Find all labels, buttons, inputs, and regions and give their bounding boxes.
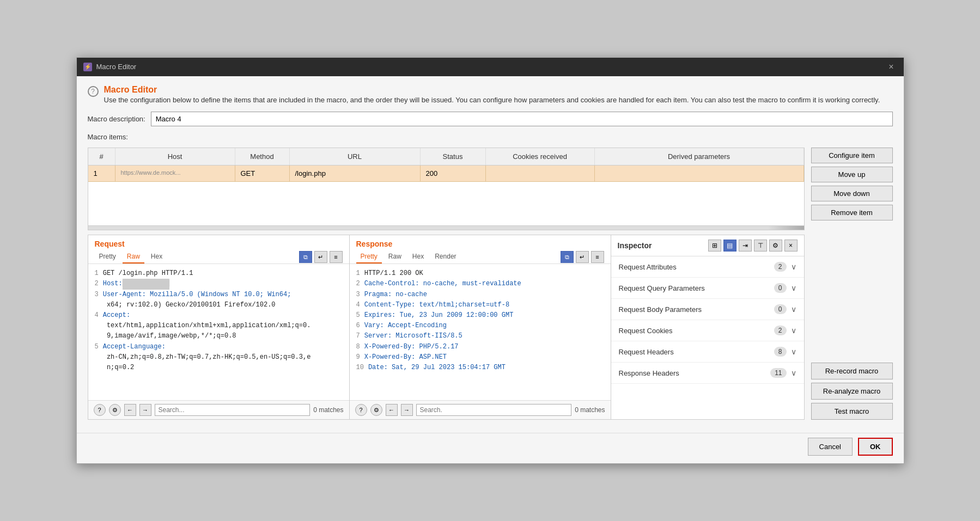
inspector-row-right: 11 ∨ bbox=[770, 368, 796, 378]
inspector-split-btn[interactable]: ▤ bbox=[723, 240, 736, 252]
table-empty-area bbox=[88, 182, 804, 225]
inspector-close-btn[interactable]: × bbox=[784, 240, 798, 252]
move-down-button[interactable]: Move down bbox=[811, 186, 893, 201]
code-line: 7Server: Microsoft-IIS/8.5 bbox=[356, 331, 604, 341]
window-title: Macro Editor bbox=[96, 63, 137, 71]
cancel-button[interactable]: Cancel bbox=[808, 438, 853, 456]
code-line: zh-CN,zh;q=0.8,zh-TW;q=0.7,zh-HK;q=0.5,e… bbox=[95, 352, 343, 363]
right-buttons: Configure item Move up Move down Remove … bbox=[811, 148, 893, 420]
cell-status: 200 bbox=[421, 166, 486, 181]
menu-btn-request[interactable]: ≡ bbox=[330, 251, 343, 263]
configure-item-button[interactable]: Configure item bbox=[811, 148, 893, 163]
items-label: Macro items: bbox=[88, 133, 893, 141]
code-line: 10Date: Sat, 29 Jul 2023 15:04:17 GMT bbox=[356, 363, 604, 373]
inspector-grid-btn[interactable]: ⊞ bbox=[708, 240, 721, 252]
inspector-row-label: Request Attributes bbox=[619, 263, 677, 271]
help-btn-request[interactable]: ? bbox=[94, 404, 106, 416]
help-text: Use the configuration below to define th… bbox=[104, 95, 880, 106]
prev-btn-request[interactable]: ← bbox=[124, 404, 136, 416]
inspector-settings-btn[interactable]: ⚙ bbox=[769, 240, 782, 252]
search-input-response[interactable] bbox=[416, 404, 572, 416]
col-cookies: Cookies received bbox=[486, 148, 595, 165]
next-btn-request[interactable]: → bbox=[139, 404, 151, 416]
tab-response-pretty[interactable]: Pretty bbox=[356, 250, 382, 263]
re-analyze-button[interactable]: Re-analyze macro bbox=[811, 383, 893, 400]
inspector-row-right: 8 ∨ bbox=[774, 347, 796, 357]
inspector-count: 11 bbox=[770, 368, 786, 378]
help-btn-response[interactable]: ? bbox=[355, 404, 367, 416]
tab-request-hex[interactable]: Hex bbox=[147, 250, 167, 263]
move-up-button[interactable]: Move up bbox=[811, 167, 893, 182]
cell-url: /login.php bbox=[290, 166, 421, 181]
inspector-row-label: Request Headers bbox=[619, 348, 674, 356]
chevron-icon: ∨ bbox=[791, 347, 796, 356]
menu-btn-response[interactable]: ≡ bbox=[591, 251, 604, 263]
cell-num: 1 bbox=[88, 166, 115, 181]
inspector-toolbar: ⊞ ▤ ⇥ ⊤ ⚙ × bbox=[708, 240, 798, 252]
code-line: x64; rv:102.0) Gecko/20100101 Firefox/10… bbox=[95, 300, 343, 310]
search-input-request[interactable] bbox=[155, 404, 311, 416]
inspector-count: 8 bbox=[774, 347, 787, 357]
code-line: 4Accept: bbox=[95, 310, 343, 321]
tab-request-pretty[interactable]: Pretty bbox=[95, 250, 120, 263]
col-url: URL bbox=[290, 148, 421, 165]
code-line: 1GET /login.php HTTP/1.1 bbox=[95, 268, 343, 279]
main-area: # Host Method URL Status Cookies receive… bbox=[88, 148, 893, 420]
inspector-rows: Request Attributes 2 ∨ Request Query Par… bbox=[611, 256, 804, 419]
inspector-row-query-params[interactable]: Request Query Parameters 0 ∨ bbox=[611, 278, 804, 299]
col-host: Host bbox=[115, 148, 235, 165]
test-macro-button[interactable]: Test macro bbox=[811, 403, 893, 420]
title-bar-left: ⚡ Macro Editor bbox=[83, 63, 137, 71]
next-btn-response[interactable]: → bbox=[401, 404, 413, 416]
inspector-row-right: 0 ∨ bbox=[774, 304, 796, 314]
tab-response-render[interactable]: Render bbox=[430, 250, 460, 263]
lightning-icon: ⚡ bbox=[83, 63, 92, 71]
settings-btn-response[interactable]: ⚙ bbox=[370, 404, 382, 416]
tab-response-hex[interactable]: Hex bbox=[408, 250, 428, 263]
prev-btn-response[interactable]: ← bbox=[386, 404, 398, 416]
help-icon: ? bbox=[88, 86, 99, 97]
macro-editor-dialog: ⚡ Macro Editor × ? Macro Editor Use the … bbox=[76, 57, 904, 464]
remove-item-button[interactable]: Remove item bbox=[811, 205, 893, 220]
request-toolbar: ⧉ ↵ ≡ bbox=[299, 251, 343, 263]
wrap-btn-response[interactable]: ↵ bbox=[576, 251, 589, 263]
settings-btn-request[interactable]: ⚙ bbox=[109, 404, 121, 416]
table-scrollbar[interactable] bbox=[88, 225, 804, 230]
ok-button[interactable]: OK bbox=[858, 438, 893, 456]
response-toolbar: ⧉ ↵ ≡ bbox=[561, 251, 604, 263]
col-status: Status bbox=[421, 148, 486, 165]
inspector-row-label: Response Headers bbox=[619, 369, 679, 377]
copy-btn-request[interactable]: ⧉ bbox=[299, 251, 312, 263]
table-header: # Host Method URL Status Cookies receive… bbox=[88, 148, 804, 166]
wrap-btn-request[interactable]: ↵ bbox=[314, 251, 327, 263]
cell-cookies bbox=[486, 166, 595, 181]
inspector-row-right: 2 ∨ bbox=[774, 262, 796, 272]
description-input[interactable] bbox=[151, 112, 893, 126]
code-line: n;q=0.2 bbox=[95, 363, 343, 373]
dialog-footer: Cancel OK bbox=[77, 433, 904, 463]
inspector-row-request-headers[interactable]: Request Headers 8 ∨ bbox=[611, 341, 804, 363]
table-row[interactable]: 1 https://www.de.mock... GET /login.php … bbox=[88, 166, 804, 182]
inspector-row-right: 0 ∨ bbox=[774, 283, 796, 293]
cell-method: GET bbox=[235, 166, 290, 181]
inspector-row-response-headers[interactable]: Response Headers 11 ∨ bbox=[611, 363, 804, 384]
tab-response-raw[interactable]: Raw bbox=[384, 250, 406, 263]
inspector-row-cookies[interactable]: Request Cookies 2 ∨ bbox=[611, 320, 804, 341]
inspector-row-request-attributes[interactable]: Request Attributes 2 ∨ bbox=[611, 256, 804, 278]
re-record-button[interactable]: Re-record macro bbox=[811, 363, 893, 379]
inspector-count: 0 bbox=[774, 283, 787, 293]
tab-request-raw[interactable]: Raw bbox=[123, 250, 144, 263]
inspector-align-btn[interactable]: ⇥ bbox=[739, 240, 752, 252]
inspector-row-label: Request Body Parameters bbox=[619, 305, 702, 314]
copy-btn-response[interactable]: ⧉ bbox=[561, 251, 574, 263]
request-tabs: Pretty Raw Hex ⧉ ↵ ≡ bbox=[88, 250, 349, 264]
request-footer: ? ⚙ ← → 0 matches bbox=[88, 400, 349, 419]
inspector-row-body-params[interactable]: Request Body Parameters 0 ∨ bbox=[611, 299, 804, 320]
chevron-icon: ∨ bbox=[791, 326, 796, 335]
inspector-count: 2 bbox=[774, 326, 787, 335]
request-panel: Request Pretty Raw Hex ⧉ ↵ ≡ bbox=[88, 235, 350, 419]
close-button[interactable]: × bbox=[885, 61, 897, 73]
dialog-body: ? Macro Editor Use the configuration bel… bbox=[77, 76, 904, 429]
left-area: # Host Method URL Status Cookies receive… bbox=[88, 148, 805, 420]
inspector-indent-btn[interactable]: ⊤ bbox=[754, 240, 767, 252]
